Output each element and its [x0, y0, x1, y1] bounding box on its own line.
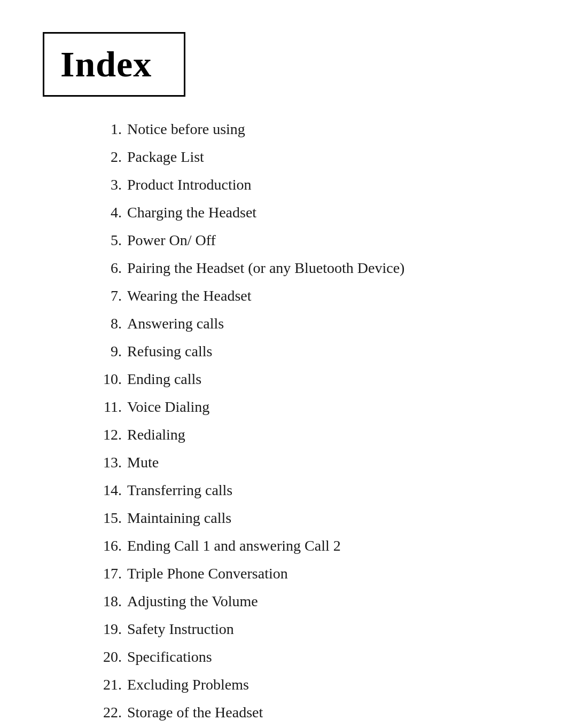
item-number: 3.: [96, 174, 122, 196]
item-number: 1.: [96, 118, 122, 140]
list-item: 1.Notice before using: [96, 118, 534, 140]
item-text: Ending calls: [127, 371, 201, 387]
item-text: Wearing the Headset: [127, 287, 252, 304]
item-number: 2.: [96, 146, 122, 168]
list-item: 13.Mute: [96, 451, 534, 474]
item-number: 21.: [96, 674, 122, 696]
item-text: Product Introduction: [127, 176, 252, 193]
item-text: Mute: [127, 454, 159, 471]
item-text: Specifications: [127, 648, 212, 665]
list-item: 12.Redialing: [96, 424, 534, 446]
item-number: 12.: [96, 424, 122, 446]
list-item: 17.Triple Phone Conversation: [96, 562, 534, 585]
item-text: Package List: [127, 148, 204, 165]
item-number: 9.: [96, 340, 122, 363]
list-item: 2.Package List: [96, 146, 534, 168]
item-text: Power On/ Off: [127, 232, 216, 248]
item-text: Voice Dialing: [127, 398, 209, 415]
list-item: 4.Charging the Headset: [96, 201, 534, 224]
list-item: 18.Adjusting the Volume: [96, 590, 534, 613]
list-item: 21.Excluding Problems: [96, 674, 534, 696]
list-item: 3.Product Introduction: [96, 174, 534, 196]
item-number: 17.: [96, 562, 122, 585]
item-text: Notice before using: [127, 121, 245, 137]
item-text: Pairing the Headset (or any Bluetooth De…: [127, 260, 404, 276]
list-item: 8.Answering calls: [96, 312, 534, 335]
list-item: 11.Voice Dialing: [96, 396, 534, 418]
item-number: 18.: [96, 590, 122, 613]
item-text: Refusing calls: [127, 343, 212, 359]
item-number: 11.: [96, 396, 122, 418]
list-item: 19.Safety Instruction: [96, 618, 534, 640]
list-item: 22.Storage of the Headset: [96, 701, 534, 724]
item-number: 15.: [96, 507, 122, 529]
list-item: 6.Pairing the Headset (or any Bluetooth …: [96, 257, 534, 279]
title-box: Index: [43, 32, 185, 97]
item-number: 5.: [96, 229, 122, 252]
list-item: 10.Ending calls: [96, 368, 534, 390]
item-text: Safety Instruction: [127, 621, 234, 637]
index-list: 1.Notice before using2.Package List3.Pro…: [96, 118, 534, 728]
item-text: Ending Call 1 and answering Call 2: [127, 537, 341, 554]
item-text: Maintaining calls: [127, 510, 231, 526]
item-text: Answering calls: [127, 315, 224, 332]
page-title: Index: [60, 44, 152, 84]
list-item: 14.Transferring calls: [96, 479, 534, 502]
item-text: Excluding Problems: [127, 676, 249, 693]
item-number: 10.: [96, 368, 122, 390]
item-number: 7.: [96, 285, 122, 307]
item-number: 19.: [96, 618, 122, 640]
item-number: 20.: [96, 646, 122, 668]
item-text: Storage of the Headset: [127, 704, 263, 721]
list-item: 20.Specifications: [96, 646, 534, 668]
item-number: 16.: [96, 535, 122, 557]
list-item: 5.Power On/ Off: [96, 229, 534, 252]
page: Index 1.Notice before using2.Package Lis…: [0, 0, 577, 728]
item-number: 14.: [96, 479, 122, 502]
item-text: Charging the Headset: [127, 204, 256, 221]
list-item: 15.Maintaining calls: [96, 507, 534, 529]
list-item: 9.Refusing calls: [96, 340, 534, 363]
item-number: 8.: [96, 312, 122, 335]
item-text: Transferring calls: [127, 482, 232, 498]
item-number: 13.: [96, 451, 122, 474]
item-text: Redialing: [127, 426, 185, 443]
item-number: 22.: [96, 701, 122, 724]
item-text: Adjusting the Volume: [127, 593, 258, 609]
list-item: 16.Ending Call 1 and answering Call 2: [96, 535, 534, 557]
list-item: 7.Wearing the Headset: [96, 285, 534, 307]
item-text: Triple Phone Conversation: [127, 565, 288, 582]
item-number: 6.: [96, 257, 122, 279]
item-number: 4.: [96, 201, 122, 224]
